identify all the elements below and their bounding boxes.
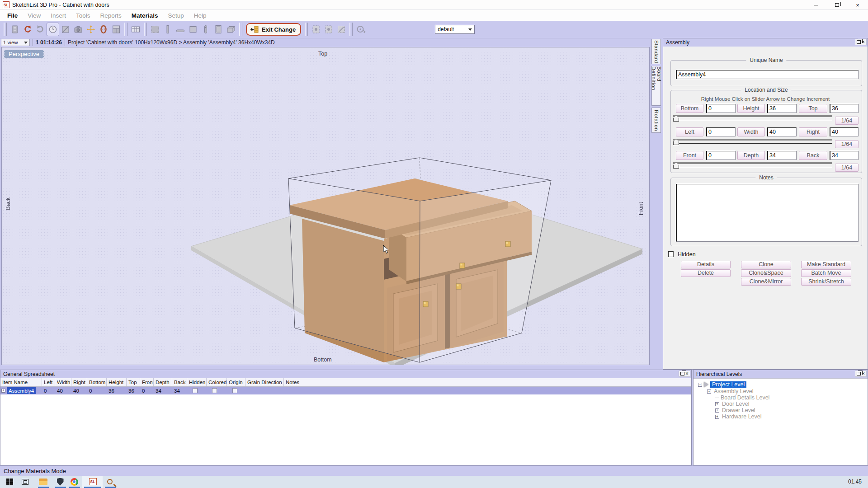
hierarchy-titlebar[interactable]: Hierarchical Levels × (693, 370, 868, 378)
contour-button[interactable] (335, 23, 348, 36)
make-standard-button[interactable]: Make Standard (801, 261, 851, 268)
right-input[interactable] (830, 127, 859, 136)
drawer-button[interactable] (225, 23, 237, 36)
door-button[interactable] (212, 23, 225, 36)
height-button[interactable]: Height (737, 104, 765, 113)
col-grain-direction[interactable]: Grain Direction (245, 378, 284, 386)
board-button[interactable] (149, 23, 161, 36)
cell-bottom[interactable]: 0 (87, 387, 107, 394)
camera-button[interactable] (72, 23, 85, 36)
material-preset-select[interactable]: default (435, 25, 475, 34)
batch-move-button[interactable]: Batch Move (801, 269, 851, 277)
close-button[interactable]: × (847, 0, 868, 10)
cell-back[interactable]: 34 (172, 387, 187, 394)
col-notes[interactable]: Notes (284, 378, 691, 386)
menu-insert[interactable]: Insert (46, 11, 71, 20)
top-input[interactable] (830, 104, 859, 113)
width-button[interactable]: Width (737, 127, 765, 136)
col-height[interactable]: Height (107, 378, 127, 386)
right-button[interactable]: Right (799, 127, 827, 136)
menu-materials[interactable]: Materials (127, 11, 163, 20)
redo-button[interactable] (34, 23, 47, 36)
tree-item-label[interactable]: Board Details Level (721, 394, 769, 401)
back-input[interactable] (830, 151, 859, 160)
view-mode-badge[interactable]: Perspective (4, 50, 44, 58)
spreadsheet-button[interactable] (129, 23, 142, 36)
notes-textarea[interactable] (676, 184, 859, 242)
tree-expander-icon[interactable]: + (715, 408, 719, 413)
tree-item-door-level[interactable]: + Door Level (715, 401, 749, 407)
tab-rotation[interactable]: Rotation (651, 108, 661, 133)
search-taskbar-button[interactable] (104, 477, 116, 486)
undo-button[interactable] (21, 23, 34, 36)
task-view-button[interactable] (19, 477, 31, 486)
hidden-checkbox[interactable] (668, 251, 674, 257)
cell-notes[interactable] (284, 387, 691, 394)
row-expander-icon[interactable]: + (1, 389, 5, 393)
increment-button-3[interactable]: 1/64 (835, 164, 859, 172)
colored-cell-checkbox[interactable] (212, 388, 217, 393)
menu-tools[interactable]: Tools (71, 11, 95, 20)
spreadsheet-empty-area[interactable] (0, 394, 691, 465)
col-origin[interactable]: Origin (227, 378, 245, 386)
slider-track[interactable] (673, 139, 832, 141)
tree-expander-icon[interactable]: - (698, 383, 702, 387)
chrome-button[interactable] (68, 477, 80, 486)
cell-right[interactable]: 40 (71, 387, 87, 394)
clone-space-button[interactable]: Clone&Space (741, 269, 791, 277)
cell-depth[interactable]: 34 (154, 387, 172, 394)
front-button[interactable]: Front (676, 151, 703, 160)
viewport-3d[interactable]: Perspective Top Bottom Back Front (1, 47, 650, 365)
float-panel-icon[interactable] (680, 372, 684, 375)
taskbar-clock[interactable]: 01.45 (848, 479, 862, 485)
tree-item-label[interactable]: Drawer Level (722, 407, 755, 413)
tree-expander-icon[interactable]: + (715, 402, 719, 406)
tape-measure-button[interactable] (354, 23, 367, 36)
details-button[interactable]: Details (681, 261, 731, 268)
board-edge-button[interactable] (161, 23, 174, 36)
start-button[interactable] (4, 477, 15, 486)
slider-track[interactable] (673, 162, 832, 164)
3d-cabinet-scene[interactable] (2, 47, 650, 365)
depth-input[interactable] (767, 151, 797, 160)
bottom-button[interactable]: Bottom (676, 104, 703, 113)
cell-left[interactable]: 0 (42, 387, 55, 394)
view-count-select[interactable]: 1 view (1, 39, 30, 46)
table-row[interactable]: + Assembly4 0 40 40 0 36 36 0 34 34 (0, 387, 691, 394)
increment-button-2[interactable]: 1/64 (835, 140, 859, 148)
minimize-button[interactable] (806, 0, 826, 10)
image-portrait-button[interactable] (310, 23, 322, 36)
defender-button[interactable] (54, 477, 66, 486)
tree-item-label[interactable]: Hardware Level (722, 413, 762, 420)
cell-top[interactable]: 36 (127, 387, 140, 394)
front-input[interactable] (706, 151, 736, 160)
lathe-button[interactable] (97, 23, 110, 36)
col-right[interactable]: Right (71, 378, 87, 386)
move-button[interactable] (85, 23, 97, 36)
col-item-name[interactable]: Item Name (0, 378, 42, 386)
left-button[interactable]: Left (676, 127, 703, 136)
width-input[interactable] (767, 127, 797, 136)
depth-button[interactable]: Depth (737, 151, 765, 160)
menu-view[interactable]: View (23, 11, 46, 20)
cell-front[interactable]: 0 (140, 387, 154, 394)
exit-change-button[interactable]: Exit Change (246, 23, 301, 36)
tree-item-label[interactable]: Door Level (722, 401, 749, 407)
restore-button[interactable] (826, 0, 847, 10)
col-colored[interactable]: Colored (207, 378, 227, 386)
col-front[interactable]: Front (140, 378, 154, 386)
menu-setup[interactable]: Setup (163, 11, 189, 20)
col-left[interactable]: Left (42, 378, 55, 386)
assembly-panel-titlebar[interactable]: Assembly × (663, 38, 868, 47)
cabinet-button[interactable] (110, 23, 123, 36)
left-input[interactable] (706, 127, 736, 136)
tree-item-project-level[interactable]: - Project Level (698, 381, 746, 388)
delete-button[interactable]: Delete (681, 269, 731, 277)
origin-cell-checkbox[interactable] (232, 388, 237, 393)
menu-file[interactable]: File (2, 11, 23, 20)
tab-board-definition[interactable]: Board Definition (651, 66, 661, 106)
cell-height[interactable]: 36 (107, 387, 127, 394)
tree-item-label[interactable]: Assembly Level (714, 388, 754, 394)
menu-help[interactable]: Help (189, 11, 212, 20)
unique-name-input[interactable] (676, 70, 859, 79)
